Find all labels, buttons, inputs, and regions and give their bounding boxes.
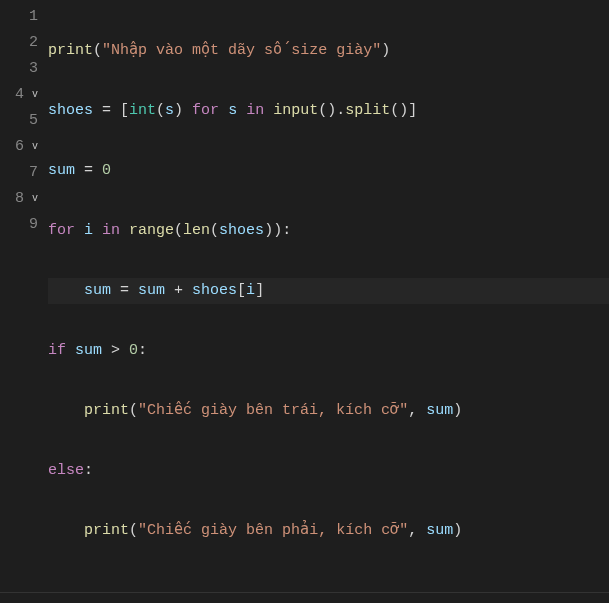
code-line[interactable]: sum = sum + shoes[i] <box>48 278 609 304</box>
code-line[interactable]: print("Chiếc giày bên trái, kích cỡ", su… <box>48 398 609 424</box>
code-line[interactable]: print("Nhập vào một dãy số size giày") <box>48 38 609 64</box>
line-number: 9 <box>29 212 38 238</box>
line-number: 2 <box>29 30 38 56</box>
line-number: 1 <box>29 4 38 30</box>
line-number: 5 <box>29 108 38 134</box>
bottom-panel: PROBLEMS OUTPUT DEBUG CONSOLE TERMINAL M… <box>0 592 609 603</box>
panel-tabs: PROBLEMS OUTPUT DEBUG CONSOLE TERMINAL <box>0 593 609 603</box>
line-number: 8 <box>15 186 24 212</box>
code-line[interactable]: print("Chiếc giày bên phải, kích cỡ", su… <box>48 518 609 544</box>
line-number: 3 <box>29 56 38 82</box>
code-line[interactable]: sum = 0 <box>48 158 609 184</box>
fold-icon[interactable]: v <box>28 134 38 160</box>
line-number-gutter: 1 2 3 4v 5 6v 7 8v 9 <box>0 4 48 578</box>
line-number: 6 <box>15 134 24 160</box>
code-line[interactable]: shoes = [int(s) for s in input().split()… <box>48 98 609 124</box>
code-line[interactable]: if sum > 0: <box>48 338 609 364</box>
line-number: 4 <box>15 82 24 108</box>
code-line[interactable]: for i in range(len(shoes)): <box>48 218 609 244</box>
fold-icon[interactable]: v <box>28 186 38 212</box>
code-editor[interactable]: 1 2 3 4v 5 6v 7 8v 9 print("Nhập vào một… <box>0 0 609 578</box>
line-number: 7 <box>29 160 38 186</box>
fold-icon[interactable]: v <box>28 82 38 108</box>
code-area[interactable]: print("Nhập vào một dãy số size giày") s… <box>48 4 609 578</box>
code-line[interactable]: else: <box>48 458 609 484</box>
